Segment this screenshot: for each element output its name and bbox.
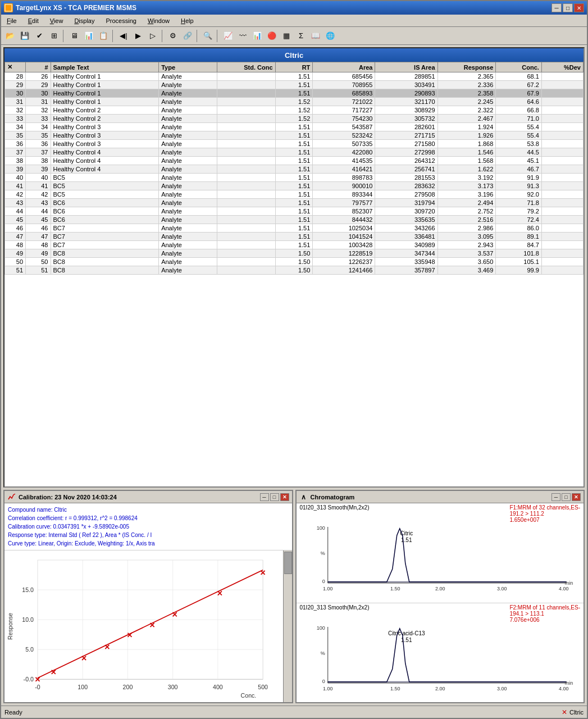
table-row[interactable]: 3131Healthy Control 1Analyte1.5272102232… bbox=[5, 98, 584, 106]
table-cell: BC5 bbox=[51, 190, 159, 199]
table-row[interactable]: 4040BC5Analyte1.518987832815533.19291.9 bbox=[5, 174, 584, 182]
col-header-num[interactable]: # bbox=[26, 62, 51, 72]
table-cell: 72.4 bbox=[496, 216, 542, 224]
table-cell: 1.51 bbox=[275, 224, 313, 233]
table-row[interactable]: 4444BC6Analyte1.518523073097202.75279.2 bbox=[5, 207, 584, 216]
tb-filter-button[interactable]: 🔍 bbox=[201, 29, 215, 43]
table-row[interactable]: 4949BC8Analyte1.5012285193473443.537101.… bbox=[5, 249, 584, 258]
menu-display[interactable]: Display bbox=[71, 16, 98, 25]
table-cell: Analyte bbox=[159, 72, 217, 81]
table-row[interactable]: 5050BC8Analyte1.5012262373359483.650105.… bbox=[5, 258, 584, 266]
chrom-bottom-channel: F2:MRM of 11 channels,ES- 194.1 > 113.1 … bbox=[509, 604, 580, 623]
table-cell: Analyte bbox=[159, 98, 217, 106]
table-row[interactable]: 4848BC7Analyte1.5110034283409892.94384.7 bbox=[5, 241, 584, 249]
table-row[interactable]: 3939Healthy Control 4Analyte1.5141642125… bbox=[5, 165, 584, 174]
tb-play-arrow[interactable]: ▷ bbox=[146, 29, 159, 43]
table-row[interactable]: 3535Healthy Control 3Analyte1.5152324227… bbox=[5, 131, 584, 140]
col-header-conc[interactable]: Conc. bbox=[496, 62, 542, 72]
tb-save-button[interactable]: 💾 bbox=[18, 29, 31, 43]
table-row[interactable]: 3737Healthy Control 4Analyte1.5142208027… bbox=[5, 148, 584, 157]
table-cell: BC7 bbox=[51, 241, 159, 249]
tb-chart-button[interactable]: 📈 bbox=[221, 29, 235, 43]
svg-text:min: min bbox=[564, 680, 573, 686]
tb-table-button[interactable]: ▦ bbox=[280, 29, 293, 43]
col-header-response[interactable]: Response bbox=[437, 62, 496, 72]
menu-window[interactable]: Window bbox=[144, 16, 173, 25]
table-cell: 303491 bbox=[375, 81, 437, 89]
col-header-sample[interactable]: Sample Text bbox=[51, 62, 159, 72]
tb-wave-button[interactable]: 〰 bbox=[236, 29, 249, 43]
tb-check-button[interactable]: ✔ bbox=[33, 29, 46, 43]
table-cell: Healthy Control 2 bbox=[51, 106, 159, 115]
menu-help[interactable]: Help bbox=[177, 16, 197, 25]
table-cell: 685456 bbox=[313, 72, 375, 81]
maximize-button[interactable]: □ bbox=[563, 3, 573, 12]
close-button[interactable]: ✕ bbox=[574, 3, 584, 12]
tb-sum-button[interactable]: Σ bbox=[294, 29, 308, 43]
table-row[interactable]: 3333Healthy Control 2Analyte1.5275423030… bbox=[5, 115, 584, 123]
menu-edit[interactable]: Edit bbox=[25, 16, 42, 25]
tb-pie-button[interactable]: 🔴 bbox=[265, 29, 279, 43]
col-header-rt[interactable]: RT bbox=[275, 62, 313, 72]
table-row[interactable]: 3636Healthy Control 3Analyte1.5150733527… bbox=[5, 140, 584, 148]
table-row[interactable]: 4545BC6Analyte1.518444323356352.51672.4 bbox=[5, 216, 584, 224]
table-cell: 523242 bbox=[313, 131, 375, 140]
calibration-minimize-btn[interactable]: ─ bbox=[260, 493, 269, 501]
tb-layout-button[interactable]: 📋 bbox=[97, 29, 110, 43]
table-row[interactable]: 3434Healthy Control 3Analyte1.5154358728… bbox=[5, 123, 584, 131]
svg-text:100: 100 bbox=[316, 625, 325, 631]
chromatogram-maximize-btn[interactable]: □ bbox=[562, 493, 571, 501]
tb-left-button[interactable]: ◀| bbox=[117, 29, 130, 43]
table-cell: 305732 bbox=[375, 115, 437, 123]
table-cell: 1.51 bbox=[275, 89, 313, 98]
tb-connect-button[interactable]: 🔗 bbox=[181, 29, 194, 43]
svg-text:%: % bbox=[320, 650, 325, 656]
col-header-area[interactable]: Area bbox=[313, 62, 375, 72]
calibration-close-btn[interactable]: ✕ bbox=[280, 493, 289, 501]
col-header-stdconc[interactable]: Std. Conc bbox=[217, 62, 275, 72]
table-row[interactable]: 4242BC5Analyte1.518933442795083.19692.0 bbox=[5, 190, 584, 199]
tb-screen-button[interactable]: 🖥 bbox=[67, 29, 81, 43]
table-row[interactable]: 4646BC7Analyte1.5110250343432662.98686.0 bbox=[5, 224, 584, 233]
table-row[interactable]: 2826Healthy Control 1Analyte1.5168545628… bbox=[5, 72, 584, 81]
table-wrapper[interactable]: ✕ # Sample Text Type Std. Conc RT Area I… bbox=[4, 62, 584, 486]
chromatogram-minimize-btn[interactable]: ─ bbox=[551, 493, 560, 501]
table-row[interactable]: 5151BC8Analyte1.5012414663578973.46999.9 bbox=[5, 266, 584, 275]
tb-monitor-button[interactable]: 📊 bbox=[82, 29, 95, 43]
toolbar-separator-2 bbox=[112, 30, 115, 42]
table-row[interactable]: 4141BC5Analyte1.519000102836323.17391.3 bbox=[5, 182, 584, 190]
table-cell: 1241466 bbox=[313, 266, 375, 275]
table-row[interactable]: 2929Healthy Control 1Analyte1.5170895530… bbox=[5, 81, 584, 89]
tb-globe-button[interactable]: 🌐 bbox=[323, 29, 337, 43]
tb-open-button[interactable]: 📂 bbox=[3, 29, 17, 43]
panel-title: Cltric bbox=[4, 48, 584, 62]
minimize-button[interactable]: ─ bbox=[551, 3, 562, 12]
table-cell: 279508 bbox=[375, 190, 437, 199]
chromatogram-close-btn[interactable]: ✕ bbox=[572, 493, 581, 501]
col-header-type[interactable]: Type bbox=[159, 62, 217, 72]
table-row[interactable]: 3232Healthy Control 2Analyte1.5271722730… bbox=[5, 106, 584, 115]
table-row[interactable]: 4343BC6Analyte1.517975773197942.49471.8 bbox=[5, 199, 584, 207]
col-header-pctdev[interactable]: %Dev bbox=[541, 62, 583, 72]
table-row[interactable]: 3030Healthy Control 1Analyte1.5168589329… bbox=[5, 89, 584, 98]
calibration-panel: Calibration: 23 Nov 2020 14:03:24 ─ □ ✕ … bbox=[3, 490, 293, 703]
table-cell: 33 bbox=[26, 115, 51, 123]
menu-view[interactable]: View bbox=[47, 16, 67, 25]
table-cell: 39 bbox=[5, 165, 26, 174]
tb-play-button[interactable]: ▶ bbox=[131, 29, 145, 43]
col-header-isarea[interactable]: IS Area bbox=[375, 62, 437, 72]
calibration-scrollbar-thumb[interactable] bbox=[284, 552, 292, 574]
tb-book-button[interactable]: 📖 bbox=[309, 29, 322, 43]
calibration-scrollbar[interactable] bbox=[283, 550, 292, 702]
tb-bar-button[interactable]: 📊 bbox=[250, 29, 264, 43]
tb-grid-button[interactable]: ⊞ bbox=[47, 29, 61, 43]
table-cell: 507335 bbox=[313, 140, 375, 148]
table-cell: 336481 bbox=[375, 233, 437, 241]
menu-processing[interactable]: Processing bbox=[102, 16, 139, 25]
tb-settings-button[interactable]: ⚙ bbox=[166, 29, 180, 43]
menu-file[interactable]: File bbox=[3, 16, 20, 25]
table-row[interactable]: 4747BC7Analyte1.5110415243364813.09589.1 bbox=[5, 233, 584, 241]
table-row[interactable]: 3838Healthy Control 4Analyte1.5141453526… bbox=[5, 157, 584, 165]
calibration-maximize-btn[interactable]: □ bbox=[270, 493, 279, 501]
table-cell: 92.0 bbox=[496, 190, 542, 199]
